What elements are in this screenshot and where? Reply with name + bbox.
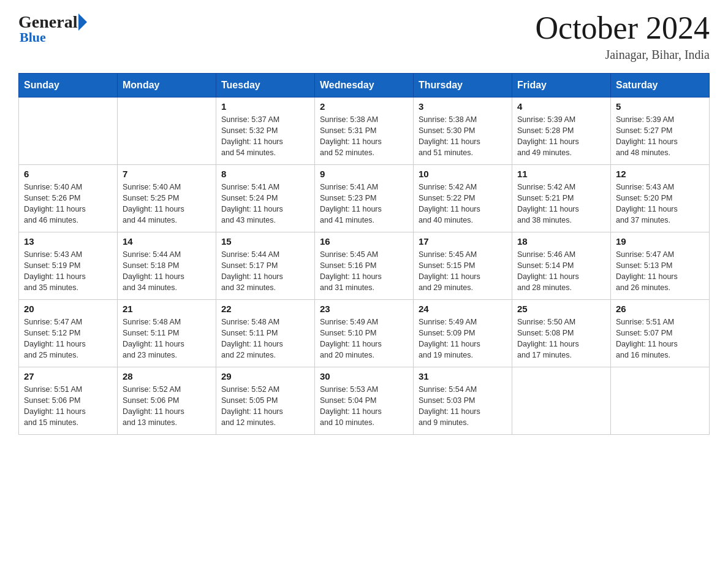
day-number: 24: [419, 304, 507, 314]
day-number: 13: [24, 236, 112, 247]
calendar-cell: 21Sunrise: 5:48 AMSunset: 5:11 PMDayligh…: [118, 300, 216, 367]
calendar-cell: 22Sunrise: 5:48 AMSunset: 5:11 PMDayligh…: [216, 300, 315, 367]
day-info: Sunrise: 5:54 AMSunset: 5:03 PMDaylight:…: [419, 384, 507, 429]
calendar-cell: 28Sunrise: 5:52 AMSunset: 5:06 PMDayligh…: [118, 367, 216, 435]
logo-blue-text: Blue: [20, 29, 46, 45]
calendar-cell: 8Sunrise: 5:41 AMSunset: 5:24 PMDaylight…: [216, 165, 315, 232]
calendar-cell: [611, 367, 710, 435]
calendar-week-3: 20Sunrise: 5:47 AMSunset: 5:12 PMDayligh…: [19, 300, 710, 367]
calendar-cell: 31Sunrise: 5:54 AMSunset: 5:03 PMDayligh…: [414, 367, 512, 435]
calendar-cell: 25Sunrise: 5:50 AMSunset: 5:08 PMDayligh…: [512, 300, 611, 367]
day-number: 4: [517, 101, 605, 112]
day-info: Sunrise: 5:39 AMSunset: 5:27 PMDaylight:…: [616, 114, 704, 159]
day-number: 18: [517, 236, 605, 247]
calendar-cell: 30Sunrise: 5:53 AMSunset: 5:04 PMDayligh…: [315, 367, 414, 435]
day-number: 29: [221, 371, 309, 381]
day-number: 14: [123, 236, 211, 247]
day-number: 31: [419, 371, 507, 381]
day-info: Sunrise: 5:48 AMSunset: 5:11 PMDaylight:…: [123, 316, 211, 361]
column-header-tuesday: Tuesday: [216, 74, 315, 98]
day-info: Sunrise: 5:52 AMSunset: 5:05 PMDaylight:…: [221, 384, 309, 429]
day-info: Sunrise: 5:48 AMSunset: 5:11 PMDaylight:…: [221, 316, 309, 361]
calendar-cell: [118, 98, 216, 165]
column-header-wednesday: Wednesday: [315, 74, 414, 98]
day-info: Sunrise: 5:44 AMSunset: 5:18 PMDaylight:…: [123, 249, 211, 294]
day-info: Sunrise: 5:51 AMSunset: 5:06 PMDaylight:…: [24, 384, 112, 429]
logo: General Blue: [18, 12, 88, 45]
calendar-cell: 4Sunrise: 5:39 AMSunset: 5:28 PMDaylight…: [512, 98, 611, 165]
day-number: 30: [320, 371, 408, 381]
day-number: 23: [320, 304, 408, 314]
location: Jainagar, Bihar, India: [536, 48, 710, 62]
calendar-cell: 9Sunrise: 5:41 AMSunset: 5:23 PMDaylight…: [315, 165, 414, 232]
calendar-cell: 27Sunrise: 5:51 AMSunset: 5:06 PMDayligh…: [19, 367, 118, 435]
calendar-table: SundayMondayTuesdayWednesdayThursdayFrid…: [18, 73, 710, 435]
calendar-cell: 6Sunrise: 5:40 AMSunset: 5:26 PMDaylight…: [19, 165, 118, 232]
day-number: 12: [616, 169, 704, 179]
title-area: October 2024 Jainagar, Bihar, India: [536, 12, 710, 62]
month-title: October 2024: [536, 12, 710, 44]
calendar-cell: 29Sunrise: 5:52 AMSunset: 5:05 PMDayligh…: [216, 367, 315, 435]
day-number: 5: [616, 101, 704, 112]
day-info: Sunrise: 5:46 AMSunset: 5:14 PMDaylight:…: [517, 249, 605, 294]
day-info: Sunrise: 5:43 AMSunset: 5:20 PMDaylight:…: [616, 182, 704, 226]
day-number: 11: [517, 169, 605, 179]
day-info: Sunrise: 5:38 AMSunset: 5:30 PMDaylight:…: [419, 114, 507, 159]
calendar-cell: 13Sunrise: 5:43 AMSunset: 5:19 PMDayligh…: [19, 232, 118, 300]
day-number: 28: [123, 371, 211, 381]
day-info: Sunrise: 5:52 AMSunset: 5:06 PMDaylight:…: [123, 384, 211, 429]
calendar-cell: 23Sunrise: 5:49 AMSunset: 5:10 PMDayligh…: [315, 300, 414, 367]
day-number: 1: [221, 101, 309, 112]
column-header-monday: Monday: [118, 74, 216, 98]
day-info: Sunrise: 5:40 AMSunset: 5:25 PMDaylight:…: [123, 182, 211, 226]
day-info: Sunrise: 5:41 AMSunset: 5:24 PMDaylight:…: [221, 182, 309, 226]
day-number: 19: [616, 236, 704, 247]
day-number: 10: [419, 169, 507, 179]
day-info: Sunrise: 5:43 AMSunset: 5:19 PMDaylight:…: [24, 249, 112, 294]
calendar-week-4: 27Sunrise: 5:51 AMSunset: 5:06 PMDayligh…: [19, 367, 710, 435]
calendar-cell: 17Sunrise: 5:45 AMSunset: 5:15 PMDayligh…: [414, 232, 512, 300]
calendar-week-2: 13Sunrise: 5:43 AMSunset: 5:19 PMDayligh…: [19, 232, 710, 300]
day-info: Sunrise: 5:45 AMSunset: 5:15 PMDaylight:…: [419, 249, 507, 294]
calendar-week-1: 6Sunrise: 5:40 AMSunset: 5:26 PMDaylight…: [19, 165, 710, 232]
day-number: 9: [320, 169, 408, 179]
column-header-sunday: Sunday: [19, 74, 118, 98]
day-info: Sunrise: 5:45 AMSunset: 5:16 PMDaylight:…: [320, 249, 408, 294]
calendar-cell: 1Sunrise: 5:37 AMSunset: 5:32 PMDaylight…: [216, 98, 315, 165]
day-info: Sunrise: 5:40 AMSunset: 5:26 PMDaylight:…: [24, 182, 112, 226]
calendar-cell: [512, 367, 611, 435]
calendar-cell: 20Sunrise: 5:47 AMSunset: 5:12 PMDayligh…: [19, 300, 118, 367]
calendar-cell: 2Sunrise: 5:38 AMSunset: 5:31 PMDaylight…: [315, 98, 414, 165]
day-number: 3: [419, 101, 507, 112]
day-number: 27: [24, 371, 112, 381]
day-number: 16: [320, 236, 408, 247]
day-number: 21: [123, 304, 211, 314]
day-info: Sunrise: 5:44 AMSunset: 5:17 PMDaylight:…: [221, 249, 309, 294]
day-info: Sunrise: 5:50 AMSunset: 5:08 PMDaylight:…: [517, 316, 605, 361]
column-header-thursday: Thursday: [414, 74, 512, 98]
day-info: Sunrise: 5:49 AMSunset: 5:09 PMDaylight:…: [419, 316, 507, 361]
day-number: 17: [419, 236, 507, 247]
day-info: Sunrise: 5:49 AMSunset: 5:10 PMDaylight:…: [320, 316, 408, 361]
day-info: Sunrise: 5:42 AMSunset: 5:21 PMDaylight:…: [517, 182, 605, 226]
calendar-cell: [19, 98, 118, 165]
day-info: Sunrise: 5:47 AMSunset: 5:13 PMDaylight:…: [616, 249, 704, 294]
day-info: Sunrise: 5:51 AMSunset: 5:07 PMDaylight:…: [616, 316, 704, 361]
day-info: Sunrise: 5:41 AMSunset: 5:23 PMDaylight:…: [320, 182, 408, 226]
day-info: Sunrise: 5:42 AMSunset: 5:22 PMDaylight:…: [419, 182, 507, 226]
day-number: 6: [24, 169, 112, 179]
calendar-cell: 16Sunrise: 5:45 AMSunset: 5:16 PMDayligh…: [315, 232, 414, 300]
calendar-cell: 14Sunrise: 5:44 AMSunset: 5:18 PMDayligh…: [118, 232, 216, 300]
day-number: 8: [221, 169, 309, 179]
day-number: 2: [320, 101, 408, 112]
calendar-week-0: 1Sunrise: 5:37 AMSunset: 5:32 PMDaylight…: [19, 98, 710, 165]
column-header-friday: Friday: [512, 74, 611, 98]
calendar-cell: 3Sunrise: 5:38 AMSunset: 5:30 PMDaylight…: [414, 98, 512, 165]
calendar-cell: 10Sunrise: 5:42 AMSunset: 5:22 PMDayligh…: [414, 165, 512, 232]
day-info: Sunrise: 5:53 AMSunset: 5:04 PMDaylight:…: [320, 384, 408, 429]
page-header: General Blue October 2024 Jainagar, Biha…: [18, 12, 710, 62]
day-info: Sunrise: 5:38 AMSunset: 5:31 PMDaylight:…: [320, 114, 408, 159]
calendar-cell: 11Sunrise: 5:42 AMSunset: 5:21 PMDayligh…: [512, 165, 611, 232]
calendar-cell: 24Sunrise: 5:49 AMSunset: 5:09 PMDayligh…: [414, 300, 512, 367]
day-number: 20: [24, 304, 112, 314]
